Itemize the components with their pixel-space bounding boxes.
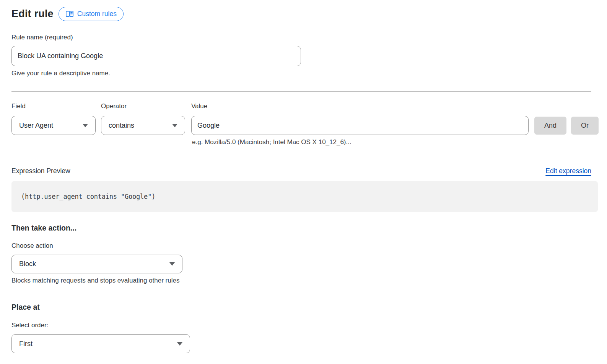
edit-rule-page: Edit rule Custom rules Rule name (requir… xyxy=(0,0,607,364)
page-title: Edit rule xyxy=(11,8,54,20)
custom-rules-button[interactable]: Custom rules xyxy=(59,7,124,21)
book-icon xyxy=(65,10,74,18)
choose-action-label: Choose action xyxy=(11,242,599,250)
expression-preview-box: (http.user_agent contains "Google") xyxy=(11,181,598,212)
field-column: Field User Agent xyxy=(11,102,96,135)
chevron-down-icon xyxy=(172,124,177,127)
value-help: e.g. Mozilla/5.0 (Macintosh; Intel Mac O… xyxy=(192,138,352,146)
operator-selected-value: contains xyxy=(109,122,134,130)
rule-name-label: Rule name (required) xyxy=(11,33,599,42)
order-dropdown[interactable]: First xyxy=(11,334,190,353)
action-section: Then take action... Choose action Block … xyxy=(11,224,599,285)
value-label: Value xyxy=(191,102,529,110)
value-input[interactable] xyxy=(191,116,529,135)
action-dropdown[interactable]: Block xyxy=(11,255,182,273)
expression-preview-code: (http.user_agent contains "Google") xyxy=(11,193,155,200)
section-divider xyxy=(11,91,591,92)
place-at-heading: Place at xyxy=(11,303,599,312)
chevron-down-icon xyxy=(169,262,175,266)
action-help: Blocks matching requests and stops evalu… xyxy=(11,276,599,285)
rule-name-section: Rule name (required) Give your rule a de… xyxy=(11,33,599,78)
chevron-down-icon xyxy=(177,342,182,346)
placement-section: Place at Select order: First xyxy=(11,303,599,353)
operator-dropdown[interactable]: contains xyxy=(101,116,185,135)
expression-preview-header: Expression Preview Edit expression xyxy=(11,167,591,175)
operator-label: Operator xyxy=(101,102,185,110)
rule-name-help: Give your rule a descriptive name. xyxy=(11,69,599,78)
action-selected-value: Block xyxy=(19,260,36,268)
select-order-label: Select order: xyxy=(11,321,599,330)
expression-preview-label: Expression Preview xyxy=(11,167,70,175)
page-header: Edit rule Custom rules xyxy=(11,7,599,21)
action-heading: Then take action... xyxy=(11,224,599,232)
edit-expression-link[interactable]: Edit expression xyxy=(545,167,591,175)
operator-column: Operator contains xyxy=(101,102,185,135)
value-column: Value e.g. Mozilla/5.0 (Macintosh; Intel… xyxy=(191,102,529,135)
field-selected-value: User Agent xyxy=(19,122,53,130)
or-button[interactable]: Or xyxy=(571,117,599,135)
expression-builder-row: Field User Agent Operator contains Value… xyxy=(11,102,599,135)
and-button[interactable]: And xyxy=(534,117,566,135)
custom-rules-label: Custom rules xyxy=(77,10,117,18)
rule-name-input[interactable] xyxy=(11,46,301,66)
field-label: Field xyxy=(11,102,96,110)
chevron-down-icon xyxy=(83,124,88,127)
order-selected-value: First xyxy=(19,340,33,348)
field-dropdown[interactable]: User Agent xyxy=(11,116,96,135)
